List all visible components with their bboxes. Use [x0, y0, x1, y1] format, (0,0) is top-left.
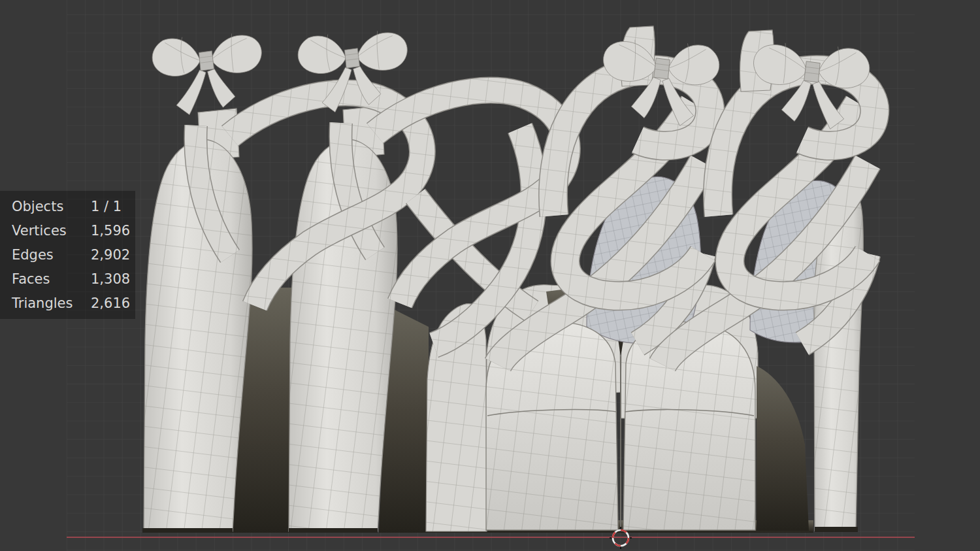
stat-label: Triangles [0, 295, 91, 311]
stat-value: 2,616 [91, 295, 135, 311]
viewport-canvas[interactable] [0, 0, 980, 551]
sole-base-right [815, 527, 858, 532]
stat-value: 1,308 [91, 271, 135, 287]
sole-base-left-2 [289, 528, 378, 533]
stat-row-objects: Objects 1 / 1 [0, 194, 135, 218]
stat-row-triangles: Triangles 2,616 [0, 291, 135, 315]
stat-value: 2,902 [91, 247, 135, 263]
stat-label: Edges [0, 247, 91, 263]
stat-label: Faces [0, 271, 91, 287]
stat-value: 1,596 [91, 223, 135, 239]
stat-label: Vertices [0, 223, 91, 239]
stat-row-vertices: Vertices 1,596 [0, 218, 135, 242]
viewport[interactable]: Objects 1 / 1 Vertices 1,596 Edges 2,902… [0, 0, 980, 551]
sole-base-left-1 [142, 528, 233, 533]
stat-row-edges: Edges 2,902 [0, 242, 135, 267]
stat-label: Objects [0, 199, 91, 214]
stat-row-faces: Faces 1,308 [0, 267, 135, 291]
stat-value: 1 / 1 [91, 199, 135, 214]
statistics-overlay: Objects 1 / 1 Vertices 1,596 Edges 2,902… [0, 191, 135, 319]
